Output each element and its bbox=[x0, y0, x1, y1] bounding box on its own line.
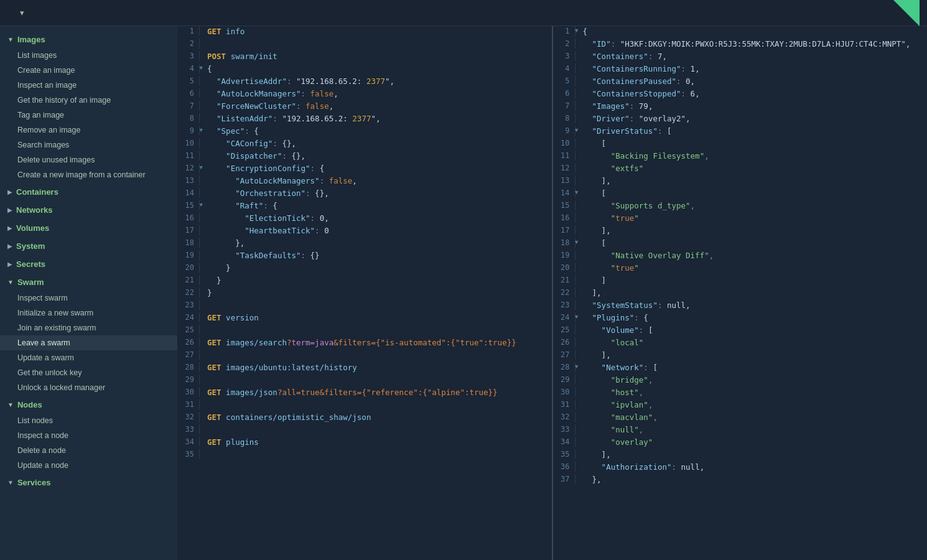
line-number: 12 bbox=[553, 163, 575, 173]
code-line: 4▼{ bbox=[177, 63, 552, 76]
line-number: 26 bbox=[177, 337, 200, 347]
code-line: 32 "macvlan", bbox=[553, 412, 928, 424]
line-content: ], bbox=[580, 287, 928, 298]
api-references-nav[interactable]: ▾ bbox=[17, 8, 24, 17]
line-content: "Raft": { bbox=[205, 200, 552, 211]
line-number: 28▼ bbox=[553, 362, 575, 372]
fold-arrow-icon[interactable]: ▼ bbox=[200, 127, 203, 133]
code-line: 16 "ElectionTick": 0, bbox=[177, 213, 552, 225]
code-line: 26GET images/search?term=java&filters={"… bbox=[177, 337, 552, 350]
sidebar-section-header-images[interactable]: ▼ Images bbox=[0, 31, 177, 48]
line-number: 29 bbox=[177, 375, 200, 385]
code-line: 1GET info bbox=[177, 26, 552, 39]
line-content: "ContainersStopped": 6, bbox=[580, 88, 928, 99]
line-content: [ bbox=[580, 188, 928, 198]
sidebar-section-secrets: ▶ Secrets bbox=[0, 256, 177, 273]
fold-arrow-icon[interactable]: ▼ bbox=[200, 202, 203, 208]
line-content: "Orchestration": {}, bbox=[205, 188, 552, 198]
fold-arrow-icon[interactable]: ▼ bbox=[575, 314, 578, 320]
line-content: GET images/search?term=java&filters={"is… bbox=[205, 337, 552, 348]
line-number: 22 bbox=[553, 287, 575, 297]
line-number: 27 bbox=[553, 350, 575, 360]
sidebar-item-delete-unused[interactable]: Delete unused images bbox=[0, 152, 177, 167]
line-number: 5 bbox=[553, 76, 575, 86]
sidebar-item-update-swarm[interactable]: Update a swarm bbox=[0, 350, 177, 365]
sidebar-item-unlock-key[interactable]: Get the unlock key bbox=[0, 365, 177, 380]
sidebar-section-header-system[interactable]: ▶ System bbox=[0, 238, 177, 254]
code-line: 27 ], bbox=[553, 350, 928, 362]
sidebar-section-header-volumes[interactable]: ▶ Volumes bbox=[0, 220, 177, 236]
line-content: "CAConfig": {}, bbox=[205, 138, 552, 149]
code-line: 15 "Supports d_type", bbox=[553, 200, 928, 213]
networks-arrow: ▶ bbox=[7, 207, 12, 213]
sidebar-item-tag-image[interactable]: Tag an image bbox=[0, 108, 177, 123]
line-content bbox=[205, 300, 552, 301]
line-content: "Spec": { bbox=[205, 126, 552, 136]
sidebar-item-update-node[interactable]: Update a node bbox=[0, 458, 177, 473]
line-content: "ID": "H3KF:DKGY:MOIK:PWXO:R5J3:55MK:TXA… bbox=[580, 39, 928, 49]
sidebar-item-inspect-swarm[interactable]: Inspect swarm bbox=[0, 291, 177, 306]
fold-arrow-icon[interactable]: ▼ bbox=[200, 164, 203, 170]
sidebar-section-header-services[interactable]: ▼ Services bbox=[0, 474, 177, 491]
line-content bbox=[205, 424, 552, 426]
sidebar-item-join-swarm[interactable]: Join an existing swarm bbox=[0, 320, 177, 335]
sidebar-item-init-swarm[interactable]: Initialize a new swarm bbox=[0, 306, 177, 320]
sidebar-item-inspect-node[interactable]: Inspect a node bbox=[0, 428, 177, 443]
code-line: 10 [ bbox=[553, 138, 928, 151]
sidebar-section-header-nodes[interactable]: ▼ Nodes bbox=[0, 396, 177, 413]
sidebar-section-header-networks[interactable]: ▶ Networks bbox=[0, 202, 177, 218]
fold-arrow-icon[interactable]: ▼ bbox=[575, 363, 578, 370]
line-content: "bridge", bbox=[580, 375, 928, 385]
sidebar-section-system: ▶ System bbox=[0, 238, 177, 254]
line-content: "Dispatcher": {}, bbox=[205, 151, 552, 161]
line-content: GET images/ubuntu:latest/history bbox=[205, 362, 552, 373]
right-code-panel[interactable]: 1▼{2 "ID": "H3KF:DKGY:MOIK:PWXO:R5J3:55M… bbox=[553, 26, 928, 560]
sidebar-section-header-containers[interactable]: ▶ Containers bbox=[0, 184, 177, 200]
sidebar-item-inspect-image[interactable]: Inspect an image bbox=[0, 78, 177, 93]
sidebar-item-list-nodes[interactable]: List nodes bbox=[0, 413, 177, 428]
code-line: 3 "Containers": 7, bbox=[553, 51, 928, 63]
line-number: 9▼ bbox=[177, 126, 200, 136]
sidebar-section-header-swarm[interactable]: ▼ Swarm bbox=[0, 274, 177, 291]
fold-arrow-icon[interactable]: ▼ bbox=[575, 239, 578, 245]
left-code-panel[interactable]: 1GET info23POST swarm/init4▼{5 "Advertis… bbox=[177, 26, 553, 560]
line-number: 11 bbox=[553, 151, 575, 161]
line-content: GET images/json?all=true&filters={"refer… bbox=[205, 387, 552, 398]
nodes-label: Nodes bbox=[17, 400, 42, 409]
swarm-arrow: ▼ bbox=[7, 279, 14, 286]
line-number: 35 bbox=[553, 449, 575, 459]
line-content: } bbox=[205, 275, 552, 286]
line-number: 22 bbox=[177, 287, 200, 297]
code-line: 8 "ListenAddr": "192.168.65.2: 2377", bbox=[177, 113, 552, 126]
sidebar-item-delete-node[interactable]: Delete a node bbox=[0, 443, 177, 458]
content-area: 1GET info23POST swarm/init4▼{5 "Advertis… bbox=[177, 26, 927, 560]
line-content: "DriverStatus": [ bbox=[580, 126, 928, 136]
sidebar-item-search-images[interactable]: Search images bbox=[0, 138, 177, 152]
sidebar-item-remove-image[interactable]: Remove an image bbox=[0, 123, 177, 138]
code-line: 26 "local" bbox=[553, 337, 928, 350]
line-number: 32 bbox=[553, 412, 575, 422]
fold-arrow-icon[interactable]: ▼ bbox=[575, 189, 578, 195]
sidebar-section-header-secrets[interactable]: ▶ Secrets bbox=[0, 256, 177, 273]
line-content: "AutoLockManagers": false, bbox=[205, 175, 552, 186]
line-number: 31 bbox=[553, 399, 575, 409]
fold-arrow-icon[interactable]: ▼ bbox=[575, 27, 578, 34]
code-line: 30GET images/json?all=true&filters={"ref… bbox=[177, 387, 552, 399]
line-number: 25 bbox=[177, 325, 200, 335]
fold-arrow-icon[interactable]: ▼ bbox=[200, 65, 203, 71]
sidebar-item-list-images[interactable]: List images bbox=[0, 48, 177, 63]
code-line: 33 bbox=[177, 424, 552, 437]
line-number: 30 bbox=[553, 387, 575, 397]
code-line: 36 "Authorization": null, bbox=[553, 462, 928, 474]
sidebar-item-history-image[interactable]: Get the history of an image bbox=[0, 93, 177, 108]
line-content: "EncryptionConfig": { bbox=[205, 163, 552, 174]
line-number: 2 bbox=[177, 39, 200, 49]
sidebar-item-unlock-manager[interactable]: Unlock a locked manager bbox=[0, 380, 177, 395]
fold-arrow-icon[interactable]: ▼ bbox=[575, 127, 578, 133]
sidebar-item-leave-swarm[interactable]: Leave a swarm bbox=[0, 335, 177, 350]
sidebar-item-create-image[interactable]: Create an image bbox=[0, 63, 177, 78]
line-number: 2 bbox=[553, 39, 575, 49]
sidebar-item-create-from-container[interactable]: Create a new image from a container bbox=[0, 167, 177, 182]
line-number: 15▼ bbox=[177, 200, 200, 210]
secrets-arrow: ▶ bbox=[7, 261, 12, 268]
